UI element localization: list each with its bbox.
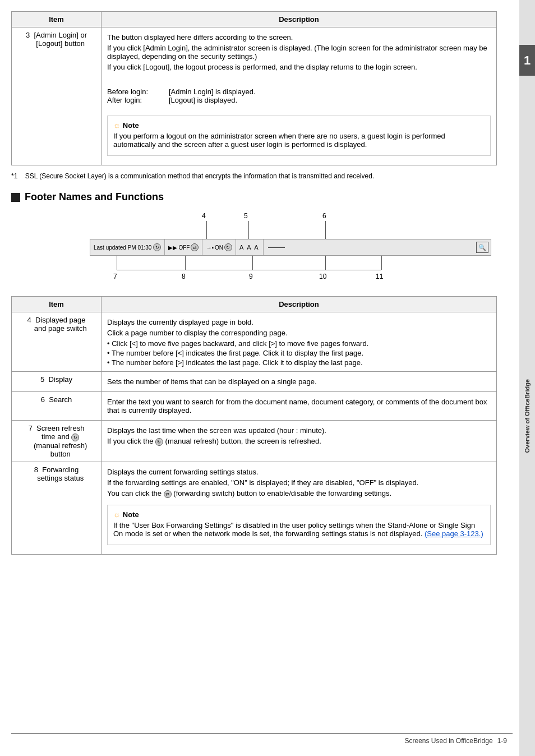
item-4-description: Displays the currently displayed page in… [102,312,497,372]
note-box-8: ☼ Note If the "User Box Forwarding Setti… [107,505,491,545]
footer-label: Screens Used in OfficeBridge [404,737,492,745]
table-row-5: 5 Display Sets the number of items that … [12,372,497,392]
before-login-key: Before login: [107,87,158,96]
item-3-label: 3 [Admin Login] or [Logout] button [12,27,102,165]
item-6-label: 6 Search [12,392,102,421]
table-row: 3 [Admin Login] or [Logout] button The b… [12,27,497,165]
table-row-7: 7 Screen refresh time and ↻ (manual refr… [12,421,497,462]
item-6-description: Enter the text you want to search for fr… [102,392,497,421]
refresh-icon: ↻ [153,243,161,251]
item-5-description: Sets the number of items that can be dis… [102,372,497,392]
bottom-table-item-header: Item [12,297,102,312]
footer-bar: Page: 1 2 Display: 10 20 Last updated PM… [90,239,491,256]
separator-line [268,247,285,248]
footnote-marker: *1 [11,172,17,180]
forward-icon: ⇄ [191,243,199,251]
page-number: 1-9 [497,737,507,745]
bottom-table: Item Description 4 Displayed page and pa… [11,296,497,555]
num-label-6: 6 [322,212,326,220]
note-box: ☼ Note If you perform a logout on the ad… [107,116,491,156]
num-label-4: 4 [202,212,206,220]
table-row-6: 6 Search Enter the text you want to sear… [12,392,497,421]
footnote-text: SSL (Secure Socket Layer) is a communica… [25,172,375,180]
vline-5 [248,221,249,239]
top-table: Item Description 3 [Admin Login] or [Log… [11,11,497,165]
footer-diagram: 4 5 6 Page: 1 2 Display: 10 20 Last upda… [11,212,497,285]
after-login-key: After login: [107,96,158,104]
hline-bottom [117,270,381,270]
note-icon: ☼ [113,121,121,130]
segment-5 [264,239,476,255]
diagram-container: 4 5 6 Page: 1 2 Display: 10 20 Last upda… [11,212,497,285]
num-label-8: 8 [182,273,186,280]
item-7-label: 7 Screen refresh time and ↻ (manual refr… [12,421,102,462]
login-info: Before login: [Admin Login] is displayed… [107,87,491,104]
section-heading-text: Footer Names and Functions [25,191,164,203]
search-box: 🔍 [476,242,488,253]
top-table-description-header: Description [102,12,497,27]
item-3-description: The button displayed here differs accord… [102,27,497,165]
see-page-link[interactable]: (See page 3-123.) [425,529,483,538]
segment-1: Last updated PM 01:30 ↻ [90,239,165,255]
side-tab-area: 1 Overview of OfficeBridge [519,0,535,756]
item-4-label: 4 Displayed page and page switch [12,312,102,372]
side-tab-text-area: Overview of OfficeBridge [519,76,535,756]
footnote: *1 SSL (Secure Socket Layer) is a commun… [11,172,497,180]
table-row-8: 8 Forwarding settings status Displays th… [12,462,497,555]
after-login-value: [Logout] is displayed. [169,96,237,104]
segment-2: ▶▶ OFF ⇄ [165,239,202,255]
before-login-value: [Admin Login] is displayed. [169,87,256,96]
num-label-11: 11 [376,273,383,280]
num-label-10: 10 [319,273,326,280]
refresh-icon-label: ↻ [71,434,79,441]
item-5-label: 5 Display [12,372,102,392]
page-footer: Screens Used in OfficeBridge 1-9 [404,737,507,745]
side-tab-text: Overview of OfficeBridge [524,379,531,453]
vline-7 [117,256,117,270]
vline-10 [325,256,326,270]
refresh-icon-desc: ↻ [155,438,163,446]
login-row-after: After login: [Logout] is displayed. [107,96,491,104]
note-text: If you perform a logout on the administr… [113,132,485,149]
vline-6 [325,221,326,239]
item-8-label: 8 Forwarding settings status [12,462,102,555]
num-label-9: 9 [249,273,253,280]
page-footer-line [11,733,513,734]
segment-4: A A A [236,239,264,255]
vline-11 [381,256,382,270]
tab-number: 1 [519,45,535,76]
item-8-description: Displays the current forwarding settings… [102,462,497,555]
note-title-8: ☼ Note [113,510,485,519]
vline-8 [185,256,186,270]
num-label-5: 5 [244,212,248,220]
item-7-description: Displays the last time when the screen w… [102,421,497,462]
note-text-8: If the "User Box Forwarding Settings" is… [113,521,485,538]
section-heading: Footer Names and Functions [11,191,497,203]
num-label-7: 7 [113,273,117,280]
vline-4 [206,221,207,239]
segment-3: →▪ ON ↻ [202,239,236,255]
note-title: ☼ Note [113,121,485,130]
top-table-item-header: Item [12,12,102,27]
bottom-table-description-header: Description [102,297,497,312]
vline-9 [252,256,253,270]
on-icon: ↻ [224,243,232,251]
table-row-4: 4 Displayed page and page switch Display… [12,312,497,372]
section-heading-icon [11,193,20,202]
note-icon-8: ☼ [113,510,121,519]
login-row-before: Before login: [Admin Login] is displayed… [107,87,491,96]
forwarding-icon-desc: ⇄ [164,490,172,498]
